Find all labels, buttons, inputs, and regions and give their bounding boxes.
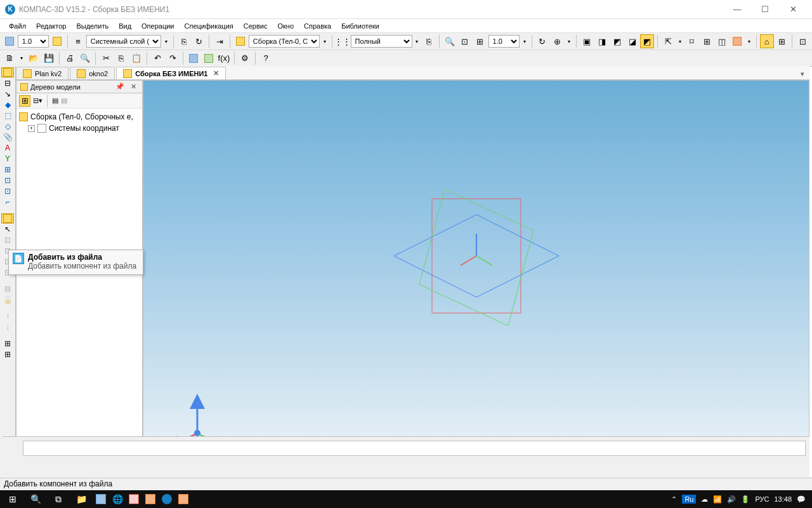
tb-btn-4[interactable]: ⇥ <box>213 34 226 48</box>
ltb-4[interactable]: ◆ <box>1 100 14 110</box>
undo-icon[interactable]: ↶ <box>150 51 164 65</box>
link-icon[interactable]: ⚙ <box>238 51 252 65</box>
3d-viewport[interactable]: Z X Y <box>143 80 809 477</box>
hidden-removed-icon[interactable]: ◨ <box>595 34 609 48</box>
ltb-2[interactable]: ⊟ <box>1 78 14 88</box>
ltb-9[interactable]: Y <box>1 154 14 164</box>
explorer-icon[interactable]: 📁 <box>70 490 93 508</box>
close-icon[interactable]: ✕ <box>129 83 138 91</box>
tree-child-node[interactable]: + Системы координат <box>19 123 140 134</box>
shaded-edges-icon[interactable]: ◪ <box>625 34 639 48</box>
start-button[interactable]: ⊞ <box>1 490 24 508</box>
pinned-6[interactable] <box>175 490 192 508</box>
tb-btn-6[interactable]: ⋮⋮ <box>336 34 350 48</box>
ltb-10[interactable]: ⊞ <box>1 164 14 175</box>
tb-btn-g[interactable]: ⊞ <box>775 34 789 48</box>
zoom-fit-icon[interactable]: ⊞ <box>473 34 487 48</box>
ltb-8[interactable]: A <box>1 143 14 153</box>
tree-mode-icon[interactable]: ⊞ <box>19 95 30 107</box>
tb-btn-2[interactable]: ⎘ <box>177 34 191 48</box>
menu-spec[interactable]: Спецификация <box>180 21 239 31</box>
tb-btn-a[interactable]: ⇱ <box>661 34 675 48</box>
kompas-icon[interactable] <box>159 490 175 508</box>
expand-icon[interactable]: + <box>28 125 35 132</box>
tree-root-node[interactable]: Сборка (Тел-0, Сборочных е, <box>19 111 140 123</box>
assembly-combo[interactable]: Сборка (Тел-0, Сборочных е <box>249 35 320 48</box>
rotate-icon[interactable]: ↻ <box>535 34 549 48</box>
ltb-13[interactable]: ⌐ <box>1 197 14 207</box>
pinned-4[interactable] <box>142 490 159 508</box>
maximize-button[interactable]: ☐ <box>751 1 779 18</box>
ltb-3[interactable]: ↘ <box>1 89 14 99</box>
ltb-24[interactable]: ⊞ <box>1 338 14 349</box>
tb-btn-1[interactable] <box>50 34 64 48</box>
task-view-button[interactable]: ⧉ <box>47 490 70 508</box>
redo-icon[interactable]: ↷ <box>166 51 180 65</box>
ltb-add-from-file[interactable] <box>1 213 14 224</box>
menu-select[interactable]: Выделить <box>71 21 114 31</box>
tab-assembly[interactable]: Сборка БЕЗ ИМЕНИ1 ✕ <box>116 67 226 79</box>
menu-operations[interactable]: Операции <box>136 21 179 31</box>
scale-combo-2[interactable]: 1.0 <box>488 35 520 48</box>
lang-rus[interactable]: РУС <box>755 495 769 503</box>
props-icon[interactable] <box>187 51 200 65</box>
close-icon[interactable]: ✕ <box>213 69 219 77</box>
layer-drop[interactable]: ▾ <box>162 39 170 44</box>
tb-btn-c[interactable]: ⊞ <box>700 34 714 48</box>
command-input[interactable] <box>23 441 806 456</box>
ltb-16[interactable]: ⊡ <box>1 235 14 245</box>
menu-help[interactable]: Справка <box>299 21 336 31</box>
new-icon[interactable]: 🗎 <box>3 51 16 65</box>
tb-btn-7[interactable]: ⎘ <box>422 34 436 48</box>
ltb-22[interactable]: ↑ <box>1 311 14 321</box>
tree-tb-2[interactable]: ⊟▾ <box>33 97 43 105</box>
ltb-5[interactable]: ⬚ <box>1 110 14 121</box>
fx-icon[interactable]: f(x) <box>217 51 231 65</box>
display-drop[interactable]: ▾ <box>414 39 421 44</box>
cut-icon[interactable]: ✂ <box>99 51 113 65</box>
ltb-21[interactable]: 🔒 <box>1 295 14 305</box>
print-icon[interactable]: 🖨 <box>63 51 77 65</box>
ltb-6[interactable]: ◇ <box>1 121 14 131</box>
pinned-3[interactable] <box>126 490 142 508</box>
ltb-cursor[interactable]: ↖ <box>1 224 14 234</box>
tray-up-icon[interactable]: ⌃ <box>671 495 677 504</box>
pin-icon[interactable]: 📌 <box>114 83 126 91</box>
copy-icon[interactable]: ⎘ <box>114 51 128 65</box>
scale2-drop[interactable]: ▾ <box>521 39 528 44</box>
tb-btn-b[interactable]: ⌑ <box>685 34 699 48</box>
scale-combo-1[interactable]: 1.0 <box>18 35 49 48</box>
tb-btn-5[interactable] <box>233 34 247 48</box>
shaded-edges-active-icon[interactable]: ◩ <box>640 34 654 48</box>
layer-combo[interactable]: Системный слой (0) <box>86 35 161 48</box>
tray-vol-icon[interactable]: 🔊 <box>727 495 736 504</box>
tray-batt-icon[interactable]: 🔋 <box>741 495 750 504</box>
ltb-23[interactable]: ↓ <box>1 322 14 332</box>
orient-drop[interactable]: ▾ <box>565 39 573 44</box>
ltb-20[interactable]: ⊟ <box>1 284 14 294</box>
lang-ru[interactable]: Ru <box>682 495 696 504</box>
tray-net-icon[interactable]: 📶 <box>713 495 722 504</box>
assembly-drop[interactable]: ▾ <box>321 39 329 44</box>
save-icon[interactable]: 💾 <box>42 51 56 65</box>
menu-view[interactable]: Вид <box>114 21 136 31</box>
ltb-11[interactable]: ⊡ <box>1 175 14 185</box>
tree-tb-4[interactable]: ▤ <box>61 97 67 105</box>
ltb-25[interactable]: ⊞ <box>1 349 14 359</box>
display-combo[interactable]: Полный <box>351 35 412 48</box>
tab-plan-kv2[interactable]: Plan kv2 <box>16 67 69 79</box>
snap-icon[interactable] <box>3 34 16 48</box>
zoom-in-icon[interactable]: 🔍 <box>443 34 457 48</box>
minimize-button[interactable]: — <box>723 1 751 18</box>
clock[interactable]: 13:48 <box>774 495 792 503</box>
vars-icon[interactable] <box>202 51 216 65</box>
wireframe-icon[interactable]: ▣ <box>580 34 594 48</box>
tb-btn-f[interactable]: ⌂ <box>760 34 774 48</box>
tb-btn-d[interactable]: ◫ <box>715 34 729 48</box>
tray-cloud-icon[interactable]: ☁ <box>701 495 708 504</box>
ltb-12[interactable]: ⊡ <box>1 186 14 196</box>
pinned-1[interactable] <box>93 490 109 508</box>
menu-file[interactable]: Файл <box>4 21 31 31</box>
orient-icon[interactable]: ⊕ <box>551 34 565 48</box>
paste-icon[interactable]: 📋 <box>129 51 143 65</box>
